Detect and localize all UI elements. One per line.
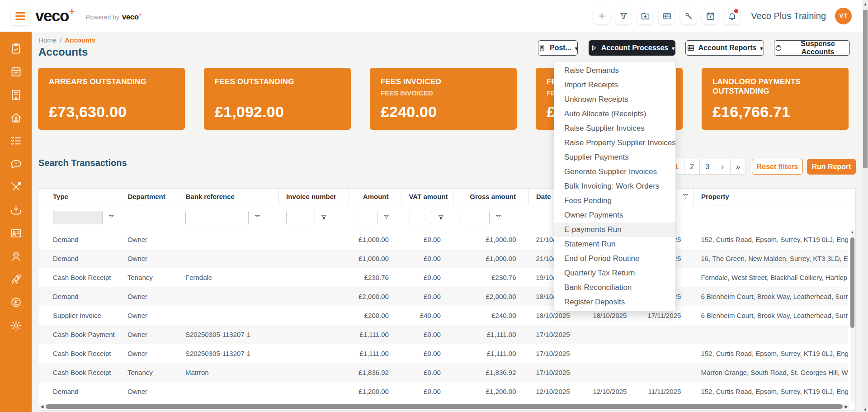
menu-item-e-payments-run[interactable]: E-payments Run [554,223,675,237]
page-vertical-scrollbar[interactable]: ▲ ▼ [863,0,868,412]
sidebar-item-property[interactable] [7,112,25,125]
menu-item-quarterly-tax-return[interactable]: Quarterly Tax Return [554,266,675,280]
table-cell: £1,111.00 [349,325,401,344]
kpi-card: LANDLORD PAYMENTS OUTSTANDING£16,766.71 [702,68,849,130]
sidebar-item-import[interactable] [7,204,25,218]
sidebar-item-marketing[interactable] [7,273,25,287]
suspense-accounts-button[interactable]: Suspense Accounts [774,40,850,56]
column-header-bank-reference[interactable]: Bank reference [178,189,279,205]
type-filter-select[interactable] [53,211,103,224]
menu-item-raise-demands[interactable]: Raise Demands [554,63,675,78]
menu-item-auto-allocate-receipts[interactable]: Auto Allocate (Receipts) [554,107,675,121]
table-vertical-scrollbar[interactable]: ▲ [850,230,855,403]
post-button[interactable]: Post...▾ [538,40,578,56]
page-vscroll-thumb[interactable] [863,10,868,168]
column-header-type[interactable]: Type [38,189,120,205]
menu-item-bank-reconciliation[interactable]: Bank Reconciliation [554,280,675,295]
sidebar-item-settings[interactable] [7,319,25,333]
menu-item-end-of-period-routine[interactable]: End of Period Routine [554,251,675,266]
table-row[interactable]: Supplier InvoiceOwner£200.00£40.00£240.0… [38,306,848,325]
sidebar-item-contacts[interactable] [7,227,25,241]
table-cell: Ferndale, West Street, Blackhall Collier… [693,268,848,287]
menu-item-owner-payments[interactable]: Owner Payments [554,208,675,223]
column-header-invoice-number[interactable]: Invoice number [279,189,349,205]
menu-item-register-deposits[interactable]: Register Deposits [554,295,675,309]
menu-item-unknown-receipts[interactable]: Unknown Receipts [554,92,675,107]
menu-item-raise-supplier-invoices[interactable]: Raise Supplier Invoices [554,121,675,136]
column-filter-icon[interactable] [321,214,327,221]
scroll-up-icon[interactable]: ▲ [850,230,855,236]
table-view-icon[interactable] [659,8,675,24]
breadcrumb-home[interactable]: Home [38,36,57,44]
sidebar-item-calendar[interactable] [7,66,25,79]
table-row[interactable]: DemandOwner£1,200.00£0.00£1,200.0012/10/… [38,382,848,401]
table-row[interactable]: DemandOwner£2,000.00£0.00£2,000.0018/10/… [38,287,848,306]
table-hscroll-thumb[interactable] [46,404,843,409]
table-horizontal-scrollbar[interactable]: ◀ ▶ [39,404,849,409]
column-header-amount[interactable]: Amount [349,189,401,205]
table-vscroll-thumb[interactable] [850,237,854,328]
menu-item-import-receipts[interactable]: Import Receipts [554,78,675,92]
add-icon[interactable] [594,8,610,24]
sidebar-item-company[interactable] [7,89,25,102]
menu-item-fees-pending[interactable]: Fees Pending [554,194,675,208]
page-scroll-up-icon[interactable]: ▲ [863,0,868,6]
sidebar-item-messages[interactable] [7,158,25,171]
table-row[interactable]: DemandOwner£1,000.00£0.00£1,000.0021/10/… [38,230,848,249]
sidebar-item-maintenance[interactable] [7,181,25,194]
sidebar-item-checklist[interactable] [7,135,25,148]
menu-item-statement-run[interactable]: Statement Run [554,237,675,251]
column-header-vat-amount[interactable]: VAT amount [401,189,453,205]
table-row[interactable]: Cash Book PaymentOwnerS20250305-113207-1… [38,325,848,344]
column-filter-input[interactable] [185,211,249,224]
sidebar-item-contractors[interactable] [7,250,25,264]
table-cell [583,325,639,344]
column-filter-icon[interactable] [682,193,689,200]
table-cell: Owner [120,382,178,401]
account-processes-button[interactable]: Account Processes▾ [589,40,675,56]
page-nav-button[interactable]: » [730,159,746,175]
menu-item-supplier-payments[interactable]: Supplier Payments [554,150,675,165]
table-row[interactable]: Cash Book ReceiptTenancyFerndale£230.76£… [38,268,848,287]
column-filter-input[interactable] [356,211,377,224]
column-header-gross-amount[interactable]: Gross amount [453,189,529,205]
veco-logo: veco+ [35,6,74,25]
menu-toggle-button[interactable] [11,7,30,25]
page-button-3[interactable]: 3 [699,159,715,175]
filter-icon[interactable] [615,8,632,24]
column-filter-icon[interactable] [438,214,444,221]
page-nav-button[interactable]: › [715,159,731,175]
scroll-left-icon[interactable]: ◀ [39,404,45,409]
column-filter-icon[interactable] [495,214,502,221]
page-scroll-down-icon[interactable]: ▼ [863,406,868,412]
calendar-icon[interactable] [702,8,718,24]
column-filter-input[interactable] [461,211,490,224]
sidebar-item-tasks[interactable] [7,43,25,56]
column-filter-icon[interactable] [254,214,261,221]
table-cell: Cash Book Payment [38,325,120,344]
menu-item-generate-supplier-invoices[interactable]: Generate Supplier Invoices [554,165,675,179]
folder-add-icon[interactable] [637,8,653,24]
scroll-right-icon[interactable]: ▶ [844,404,849,409]
notifications-bell-icon[interactable] [724,8,740,24]
column-filter-input[interactable] [286,211,315,224]
table-row[interactable]: DemandOwner£1,000.00£0.00£1,000.0021/10/… [38,249,848,268]
account-reports-button[interactable]: Account Reports▾ [685,40,764,56]
column-filter-icon[interactable] [383,214,390,221]
table-row[interactable]: Cash Book ReceiptTenancyMatrron£1,836.92… [38,363,848,382]
menu-item-bulk-invoicing-work-orders[interactable]: Bulk Invoicing: Work Orders [554,179,675,194]
column-header-department[interactable]: Department [120,189,178,205]
column-header-property[interactable]: Property [693,189,848,205]
column-filter-icon[interactable] [108,214,115,221]
table-row[interactable]: Cash Book ReceiptOwnerS20250305-113207-1… [38,344,848,363]
key-icon[interactable] [680,8,697,24]
page-button-2[interactable]: 2 [684,159,700,175]
kpi-card-value: £240.00 [381,103,506,121]
run-report-button[interactable]: Run Report [807,159,856,175]
column-filter-input[interactable] [409,211,432,224]
avatar[interactable]: VT [835,8,852,24]
menu-item-raise-property-supplier-invoices[interactable]: Raise Property Supplier Invoices [554,136,675,150]
sidebar-item-accounts[interactable] [7,296,25,310]
reset-filters-button[interactable]: Reset filters [752,159,803,175]
account-name[interactable]: Veco Plus Training [751,11,826,21]
